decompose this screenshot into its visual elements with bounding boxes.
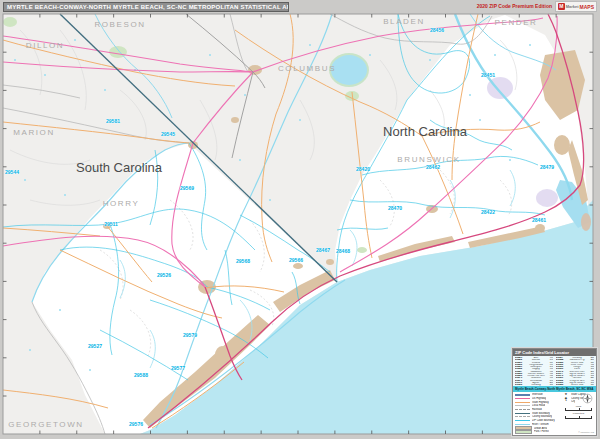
copyright-label: © MarketMAPS <box>578 431 594 433</box>
zip-code-label: 29576 <box>129 421 143 427</box>
zip-code-label: 29569 <box>180 185 194 191</box>
zip-code-label: 29581 <box>106 118 120 124</box>
legend-body: InterstateUS HighwayState HighwayLocal R… <box>513 392 596 434</box>
zip-code-label: 28420 <box>356 166 370 172</box>
zip-code-label: 28467 <box>316 247 330 253</box>
zip-index-column-1: 28420AshC328422BoliviaD328451LelandD2284… <box>515 357 553 385</box>
state-label: North Carolina <box>383 124 467 139</box>
zip-code-label: 28468 <box>336 248 350 254</box>
legend-msa-bar: Myrtle Beach-Conway-North Myrtle Beach, … <box>513 386 596 392</box>
zip-code-label: 29577 <box>171 365 185 371</box>
legend-row: Park / Forest <box>515 430 561 434</box>
zip-code-label: 28456 <box>430 27 444 33</box>
zip-code-label: 28451 <box>481 72 495 78</box>
zip-index-title: ZIP Code Index/Grid Locator <box>513 349 596 356</box>
legend-line-symbols: InterstateUS HighwayState HighwayLocal R… <box>515 393 561 433</box>
zip-code-label: 28422 <box>481 209 495 215</box>
county-label: MARION <box>13 128 55 137</box>
scale-bar-miles: Miles <box>563 406 594 412</box>
logo-sub: Market <box>566 4 579 9</box>
zip-index-column-2: 29527ConwayA429544Galivants FryA329545Gr… <box>556 357 594 385</box>
county-label: BLADEN <box>383 17 425 26</box>
county-label: BRUNSWICK <box>397 155 460 164</box>
scale-bar-kilometers: Kilometers <box>563 413 594 419</box>
zip-code-label: 29545 <box>161 131 175 137</box>
zip-code-label: 29526 <box>157 272 171 278</box>
county-label: GEORGETOWN <box>8 420 83 429</box>
publisher-logo: M Market MAPS <box>555 1 597 12</box>
legend-right-panel: ★State Capital◉County Seat•City Miles Ki… <box>563 393 594 433</box>
compass-rose-icon <box>582 393 593 404</box>
zip-code-label: 29588 <box>134 372 148 378</box>
zip-code-label: 28462 <box>426 164 440 170</box>
zip-code-label: 29568 <box>236 258 250 264</box>
legend-box: ZIP Code Index/Grid Locator 28420AshC328… <box>512 348 597 436</box>
county-label: ROBESON <box>94 20 145 29</box>
zip-code-label: 28479 <box>540 164 554 170</box>
county-label: PENDER <box>495 18 538 27</box>
county-label: DILLON <box>26 41 65 50</box>
zip-code-label: 28470 <box>388 205 402 211</box>
zip-code-label: 29566 <box>289 257 303 263</box>
zip-code-label: 29544 <box>5 169 19 175</box>
zip-code-label: 28461 <box>532 217 546 223</box>
logo-icon: M <box>558 3 565 10</box>
zip-code-label: 29527 <box>88 343 102 349</box>
zip-index-table: 28420AshC328422BoliviaD328451LelandD2284… <box>513 356 596 386</box>
county-label: COLUMBUS <box>278 64 336 73</box>
zip-code-label: 29511 <box>104 221 118 227</box>
edition-label: 2020 ZIP Code Premium Edition <box>477 3 552 9</box>
map-page: MYRTLE BEACH-CONWAY-NORTH MYRTLE BEACH, … <box>0 0 600 439</box>
county-label: HORRY <box>103 199 140 208</box>
logo-text: MAPS <box>580 4 594 10</box>
zip-code-label: 29579 <box>183 332 197 338</box>
state-label: South Carolina <box>76 160 162 175</box>
map-title: MYRTLE BEACH-CONWAY-NORTH MYRTLE BEACH, … <box>3 2 289 12</box>
